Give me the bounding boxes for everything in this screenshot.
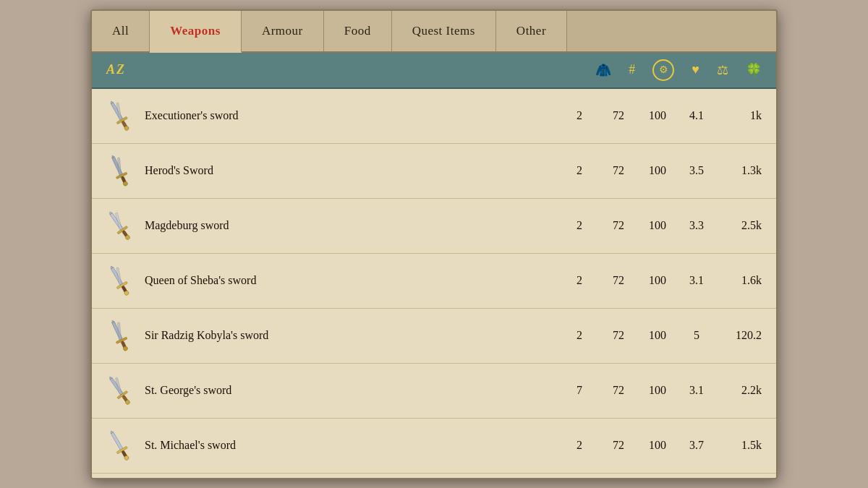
stat-condition: 100: [646, 219, 669, 232]
item-name: St. Michael's sword: [139, 439, 568, 452]
item-name: Sir Radzig Kobyla's sword: [139, 329, 568, 342]
item-icon: [99, 426, 139, 466]
col-icon-weight[interactable]: ⚖: [717, 62, 728, 78]
stat-skill: 72: [607, 109, 630, 122]
stat-qty: 2: [568, 109, 591, 122]
stat-price: 1.6k: [724, 274, 762, 287]
col-icon-count[interactable]: #: [629, 62, 635, 77]
table-row[interactable]: Queen of Sheba's sword 2 72 100 3.1 1.6k: [92, 254, 776, 309]
stat-weight: 3.7: [685, 439, 708, 452]
stat-condition: 100: [646, 274, 669, 287]
stat-qty: 2: [568, 329, 591, 342]
item-stats: 2 72 100 3.7 1.5k: [568, 439, 762, 452]
stat-price: 2.2k: [724, 384, 762, 397]
table-row[interactable]: Magdeburg sword 2 72 100 3.3 2.5k: [92, 199, 776, 254]
col-icon-skill[interactable]: ⚙: [652, 59, 674, 81]
tab-other[interactable]: Other: [496, 11, 567, 51]
stat-price: 2.5k: [724, 219, 762, 232]
tab-food[interactable]: Food: [324, 11, 392, 51]
table-row[interactable]: Sir Radzig Kobyla's sword 2 72 100 5 120…: [92, 309, 776, 364]
stat-condition: 100: [646, 329, 669, 342]
stat-weight: 3.5: [685, 164, 708, 177]
item-name: Magdeburg sword: [139, 219, 568, 232]
item-icon: [99, 151, 139, 191]
item-stats: 2 72 100 3.1 1.6k: [568, 274, 762, 287]
stat-qty: 2: [568, 219, 591, 232]
sort-az[interactable]: AZ: [106, 62, 265, 77]
svg-rect-36: [111, 432, 123, 451]
item-stats: 7 72 100 3.1 2.2k: [568, 384, 762, 397]
stat-condition: 100: [646, 164, 669, 177]
item-stats: 2 72 100 4.1 1k: [568, 109, 762, 122]
stat-skill: 72: [607, 164, 630, 177]
item-name: Queen of Sheba's sword: [139, 274, 568, 287]
item-stats: 2 72 100 3.5 1.3k: [568, 164, 762, 177]
stat-skill: 72: [607, 384, 630, 397]
stat-price: 120.2: [724, 329, 762, 342]
item-icon: [99, 371, 139, 411]
tab-all[interactable]: All: [92, 11, 150, 51]
item-icon: [99, 206, 139, 246]
sort-label: AZ: [106, 62, 126, 77]
inventory-panel: All Weapons Armour Food Quest Items Othe…: [90, 9, 778, 479]
column-icons: 🧥 # ⚙ ♥ ⚖ 🍀: [595, 59, 762, 81]
col-icon-value[interactable]: 🍀: [746, 62, 762, 78]
stat-condition: 100: [646, 439, 669, 452]
stat-price: 1.5k: [724, 439, 762, 452]
stat-weight: 3.1: [685, 274, 708, 287]
item-name: Herod's Sword: [139, 164, 568, 177]
item-name: St. George's sword: [139, 384, 568, 397]
item-stats: 2 72 100 3.3 2.5k: [568, 219, 762, 232]
stat-qty: 7: [568, 384, 591, 397]
item-icon: [99, 316, 139, 356]
stat-weight: 5: [685, 329, 708, 342]
table-row[interactable]: Herod's Sword 2 72 100 3.5 1.3k: [92, 144, 776, 199]
col-icon-health[interactable]: ♥: [692, 62, 699, 77]
stat-qty: 2: [568, 164, 591, 177]
stat-skill: 72: [607, 274, 630, 287]
tab-weapons[interactable]: Weapons: [150, 11, 242, 53]
table-row[interactable]: Tusk 2 72 100 3.5 2.6k: [92, 474, 776, 478]
table-row[interactable]: St. George's sword 7 72 100 3.1 2.2k: [92, 364, 776, 419]
stat-skill: 72: [607, 439, 630, 452]
stat-weight: 3.3: [685, 219, 708, 232]
item-name: Executioner's sword: [139, 109, 568, 122]
stat-weight: 3.1: [685, 384, 708, 397]
tab-armour[interactable]: Armour: [242, 11, 324, 51]
stat-condition: 100: [646, 384, 669, 397]
item-icon: [99, 261, 139, 301]
stat-skill: 72: [607, 329, 630, 342]
stat-price: 1.3k: [724, 164, 762, 177]
stat-qty: 2: [568, 439, 591, 452]
item-icon: [99, 96, 139, 136]
table-row[interactable]: Executioner's sword 2 72 100 4.1 1k: [92, 89, 776, 144]
stat-price: 1k: [724, 109, 762, 122]
stat-skill: 72: [607, 219, 630, 232]
tab-bar: All Weapons Armour Food Quest Items Othe…: [92, 11, 776, 53]
stat-weight: 4.1: [685, 109, 708, 122]
column-header: AZ 🧥 # ⚙ ♥ ⚖ 🍀: [92, 53, 776, 89]
tab-quest-items[interactable]: Quest Items: [392, 11, 496, 51]
table-row[interactable]: St. Michael's sword 2 72 100 3.7 1.5k: [92, 419, 776, 474]
stat-condition: 100: [646, 109, 669, 122]
stat-qty: 2: [568, 274, 591, 287]
item-list: Executioner's sword 2 72 100 4.1 1k: [92, 89, 776, 478]
col-icon-apparel[interactable]: 🧥: [595, 62, 611, 78]
item-stats: 2 72 100 5 120.2: [568, 329, 762, 342]
